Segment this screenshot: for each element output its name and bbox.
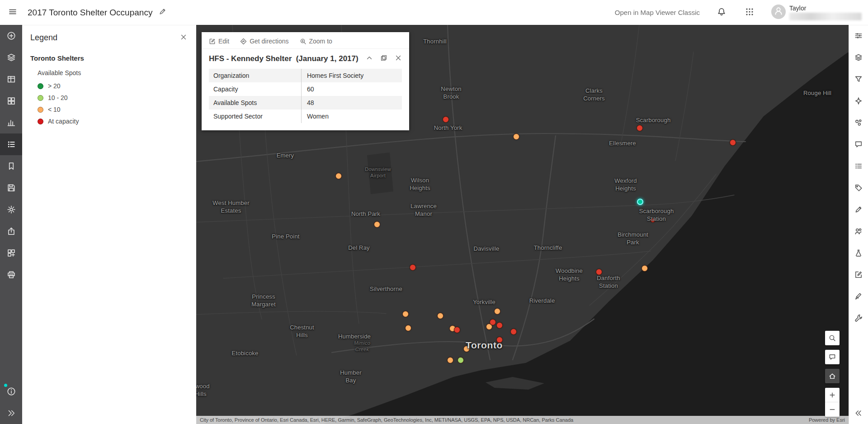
zoom-to-icon [300, 38, 307, 45]
charts-button[interactable] [0, 112, 22, 133]
pencil-icon [854, 205, 863, 214]
pop-ups-button[interactable] [849, 133, 868, 155]
edit-button[interactable]: Edit [209, 38, 229, 45]
notifications-button[interactable] [715, 6, 728, 19]
fields-button[interactable] [849, 155, 868, 177]
popup-title: HFS - Kennedy Shelter (January 1, 2017) [209, 54, 359, 63]
shelter-point-red[interactable] [443, 116, 449, 123]
shelter-point-red[interactable] [496, 322, 503, 329]
create-app-button[interactable] [0, 242, 22, 264]
info-button[interactable] [0, 381, 22, 402]
tables-button[interactable] [0, 68, 22, 90]
left-toolbar [0, 25, 22, 424]
shelter-point-red[interactable] [596, 269, 602, 275]
collapse-popup-button[interactable] [366, 54, 373, 63]
apps-squares-icon [7, 248, 16, 257]
shelter-point-orange[interactable] [447, 357, 453, 363]
legend-items: > 2010 - 20< 10At capacity [22, 80, 196, 127]
labels-button[interactable] [849, 177, 868, 199]
legend-item: At capacity [22, 115, 196, 127]
save-button[interactable] [0, 177, 22, 199]
shelter-point-lightgreen[interactable] [458, 357, 464, 363]
zoom-in-button[interactable] [825, 388, 840, 402]
list-lines-icon [854, 162, 863, 170]
analysis-button[interactable] [849, 242, 868, 264]
shelter-point-orange[interactable] [463, 346, 470, 352]
shelter-point-selected[interactable] [637, 199, 643, 205]
field-value: Women [302, 110, 402, 123]
default-map-view-button[interactable] [825, 369, 840, 383]
shelter-point-orange[interactable] [402, 311, 409, 317]
people-icon [854, 227, 863, 235]
zoom-to-button[interactable]: Zoom to [300, 38, 332, 45]
collapse-settings-button[interactable] [849, 402, 868, 424]
shelter-point-orange[interactable] [374, 221, 380, 228]
bookmarks-button[interactable] [0, 155, 22, 177]
pen-icon [854, 292, 863, 300]
sketch-button[interactable] [849, 264, 868, 286]
legend-swatch [38, 107, 43, 113]
shelter-point-red[interactable] [454, 327, 460, 333]
shelter-point-orange[interactable] [405, 325, 411, 331]
legend-swatch [38, 95, 43, 101]
map-tools-button[interactable] [849, 307, 868, 329]
feedback-button[interactable] [825, 350, 840, 364]
dock-popup-button[interactable] [380, 54, 387, 63]
shelter-point-red[interactable] [730, 139, 736, 146]
shelter-point-red[interactable] [510, 329, 517, 335]
bell-icon [717, 7, 726, 18]
effects-button[interactable] [849, 90, 868, 112]
action-label: Get directions [250, 38, 288, 45]
attribution-bar: City of Toronto, Province of Ontario, Es… [196, 416, 849, 424]
layers-button[interactable] [0, 47, 22, 68]
zoom-out-button[interactable] [825, 402, 840, 417]
shelter-point-red[interactable] [637, 125, 643, 131]
app-header: 2017 Toronto Shelter Occupancy Open in M… [0, 0, 868, 25]
filter-button[interactable] [849, 68, 868, 90]
shelter-point-orange[interactable] [437, 313, 443, 319]
expand-toolbar-button[interactable] [0, 402, 22, 424]
shelter-point-orange[interactable] [335, 173, 342, 179]
menu-button[interactable] [0, 0, 25, 25]
print-button[interactable] [0, 264, 22, 286]
shelter-point-orange[interactable] [642, 265, 648, 272]
add-button[interactable] [0, 25, 22, 47]
wrench-icon [854, 314, 863, 322]
get-directions-button[interactable]: Get directions [240, 38, 288, 45]
sharing-button[interactable] [849, 220, 868, 242]
close-popup-button[interactable] [395, 54, 402, 63]
pencil-icon [159, 8, 166, 17]
popup-field-row: OrganizationHomes First Society [209, 69, 402, 82]
legend-item: 10 - 20 [22, 92, 196, 104]
aggregation-button[interactable] [849, 112, 868, 133]
shelter-point-red[interactable] [496, 337, 503, 343]
edit-button[interactable] [849, 199, 868, 220]
map-controls [825, 331, 840, 417]
properties-button[interactable] [849, 25, 868, 47]
open-classic-link[interactable]: Open in Map Viewer Classic [615, 9, 700, 16]
shelter-point-red[interactable] [651, 218, 655, 223]
shelter-point-orange[interactable] [513, 133, 519, 140]
shelter-point-red[interactable] [410, 264, 416, 271]
user-menu[interactable]: Taylor [771, 5, 862, 20]
annotate-button[interactable] [849, 286, 868, 307]
styles-button[interactable] [849, 47, 868, 68]
tag-icon [854, 184, 863, 192]
app-launcher-button[interactable] [743, 6, 756, 19]
basemap-button[interactable] [0, 90, 22, 112]
field-name: Available Spots [209, 96, 302, 110]
map-canvas[interactable]: ThornhillNewton BrookNorth YorkClarks Co… [196, 25, 849, 424]
edit-title-button[interactable] [159, 8, 166, 17]
popup-field-row: Available Spots48 [209, 96, 402, 110]
legend-field-title: Available Spots [38, 69, 196, 76]
action-label: Zoom to [309, 38, 332, 45]
search-button[interactable] [825, 331, 840, 345]
close-legend-button[interactable] [180, 33, 187, 43]
share-icon [7, 227, 16, 236]
shelter-point-red[interactable] [490, 319, 496, 325]
map-properties-button[interactable] [0, 199, 22, 220]
legend-button[interactable] [0, 133, 22, 155]
shelter-point-orange[interactable] [494, 308, 500, 314]
bookmark-icon [7, 162, 16, 171]
share-button[interactable] [0, 220, 22, 242]
